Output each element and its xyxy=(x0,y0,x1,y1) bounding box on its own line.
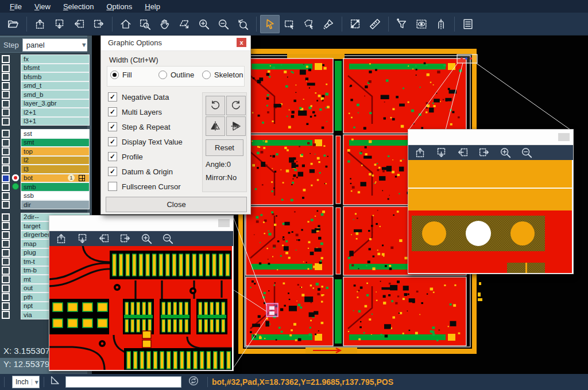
layer-name[interactable]: smb xyxy=(21,182,90,192)
layer-checkbox[interactable] xyxy=(2,130,10,138)
view-area-icon[interactable] xyxy=(412,15,431,33)
angle-measure-icon[interactable] xyxy=(49,375,62,389)
layer-name[interactable]: l3+1 xyxy=(21,117,90,126)
layer-checkbox[interactable] xyxy=(2,222,10,230)
layer-checkbox[interactable] xyxy=(2,174,10,182)
pan-right-icon[interactable] xyxy=(477,146,491,159)
report-icon[interactable] xyxy=(458,15,478,33)
command-input[interactable] xyxy=(65,376,181,388)
layer-name[interactable]: smd_b xyxy=(21,90,90,99)
layer-checkbox[interactable] xyxy=(2,64,10,72)
radio-fill[interactable]: Fill xyxy=(110,71,132,79)
layer-checkbox[interactable] xyxy=(2,302,10,310)
layer-checkbox[interactable] xyxy=(2,311,10,319)
magnifier-titlebar[interactable] xyxy=(49,216,233,231)
checkbox-datum-origin[interactable]: ✓Datum & Origin xyxy=(108,167,173,176)
layer-checkbox[interactable] xyxy=(2,183,10,191)
mirror-x-button[interactable] xyxy=(206,116,225,136)
checkbox-profile[interactable]: ✓Profile xyxy=(108,152,143,161)
layer-name[interactable]: bfsmb xyxy=(21,72,90,81)
pan-down-icon[interactable] xyxy=(76,232,90,245)
snap-contour-icon[interactable] xyxy=(431,15,451,33)
menu-file[interactable]: File xyxy=(5,1,27,12)
layer-checkbox[interactable] xyxy=(2,284,10,292)
rotate-cw-button[interactable] xyxy=(206,96,225,115)
checkbox-multi-layers[interactable]: ✓Multi Layers xyxy=(108,107,162,116)
zoom-out-icon[interactable] xyxy=(214,15,233,33)
layer-name[interactable]: l2 xyxy=(21,156,90,165)
measure-point-icon[interactable] xyxy=(346,15,365,33)
filter-icon[interactable] xyxy=(392,15,412,33)
reset-button[interactable]: Reset xyxy=(206,139,243,156)
pan-left-icon[interactable] xyxy=(97,232,111,245)
layer-checkbox[interactable] xyxy=(2,258,10,266)
layer-checkbox[interactable] xyxy=(2,249,10,257)
layer-checkbox[interactable] xyxy=(2,192,10,200)
checkbox-negative-data[interactable]: ✓Negative Data xyxy=(108,92,169,102)
pan-right-icon[interactable] xyxy=(89,15,109,33)
menu-selection[interactable]: Selection xyxy=(58,1,99,12)
refresh-icon[interactable] xyxy=(187,375,200,389)
open-folder-icon[interactable] xyxy=(3,15,23,33)
layer-name[interactable]: l2+1 xyxy=(21,108,90,117)
layer-name[interactable]: smt xyxy=(21,138,90,147)
select-rect-icon[interactable] xyxy=(280,15,299,33)
magnifier-titlebar[interactable] xyxy=(408,130,573,145)
menu-help[interactable]: Help xyxy=(140,1,165,12)
pan-up-icon[interactable] xyxy=(413,146,427,159)
layer-checkbox[interactable] xyxy=(2,82,10,90)
layer-checkbox[interactable] xyxy=(2,157,10,165)
layer-checkbox[interactable] xyxy=(2,240,10,248)
layer-indicator-green-icon[interactable] xyxy=(12,183,19,190)
select-poly-icon[interactable] xyxy=(299,15,319,33)
layer-name[interactable]: ssb xyxy=(21,192,90,201)
unit-select[interactable]: Inch ▼ xyxy=(12,376,40,388)
select-icon[interactable] xyxy=(260,15,280,33)
layer-checkbox[interactable] xyxy=(2,293,10,301)
rotate-ccw-button[interactable] xyxy=(226,96,246,115)
layer-checkbox[interactable] xyxy=(2,108,10,116)
layer-name[interactable]: dir xyxy=(21,200,90,209)
layer-checkbox[interactable] xyxy=(2,267,10,275)
layer-name[interactable]: sst xyxy=(21,129,90,138)
zoom-previous-icon[interactable] xyxy=(233,15,253,33)
layer-name[interactable]: fx xyxy=(21,54,90,64)
zoom-in-icon[interactable] xyxy=(140,232,153,245)
pan-down-icon[interactable] xyxy=(435,146,448,159)
layer-name[interactable]: smd_t xyxy=(21,81,90,91)
layer-checkbox[interactable] xyxy=(2,275,10,283)
layer-checkbox[interactable] xyxy=(2,100,10,108)
dialog-titlebar[interactable]: Graphic Options xyxy=(101,35,250,51)
layer-checkbox[interactable] xyxy=(2,165,10,173)
zoom-window-icon[interactable] xyxy=(136,15,155,33)
layer-checkbox[interactable] xyxy=(2,231,10,239)
checkbox-fullscreen-cursor[interactable]: Fullscreen Cursor xyxy=(108,182,181,191)
radio-skeleton[interactable]: Skeleton xyxy=(202,71,243,79)
layer-checkbox[interactable] xyxy=(2,201,10,209)
layer-name[interactable]: l3 xyxy=(21,165,90,174)
menu-options[interactable]: Options xyxy=(101,1,137,12)
popup-collapse-button[interactable] xyxy=(558,133,570,141)
zoom-out-icon[interactable] xyxy=(520,146,533,159)
layer-indicator-red-icon[interactable] xyxy=(12,174,19,181)
layer-checkbox[interactable] xyxy=(2,139,10,147)
layer-checkbox[interactable] xyxy=(2,147,10,155)
layer-name[interactable]: bfsmt xyxy=(21,64,90,73)
pan-up-icon[interactable] xyxy=(55,232,68,245)
layer-checkbox[interactable] xyxy=(2,55,10,63)
pan-right-icon[interactable] xyxy=(118,232,132,245)
checkbox-display-text-value[interactable]: ✓Display Text Value xyxy=(108,137,183,146)
layer-checkbox[interactable] xyxy=(2,118,10,126)
clean-brush-icon[interactable] xyxy=(319,15,338,33)
layer-checkbox[interactable] xyxy=(2,213,10,221)
layer-name[interactable]: top xyxy=(21,147,90,156)
popup-collapse-button[interactable] xyxy=(218,219,230,227)
ruler-icon[interactable] xyxy=(365,15,385,33)
pan-left-icon[interactable] xyxy=(456,146,470,159)
layer-checkbox[interactable] xyxy=(2,73,10,81)
step-select[interactable]: panel ▼ xyxy=(22,38,90,52)
pan-up-icon[interactable] xyxy=(30,15,50,33)
step-repeat-grid-icon[interactable] xyxy=(79,175,85,181)
magnifier-window-detail[interactable] xyxy=(49,215,234,371)
checkbox-step-repeat[interactable]: ✓Step & Repeat xyxy=(108,122,171,131)
